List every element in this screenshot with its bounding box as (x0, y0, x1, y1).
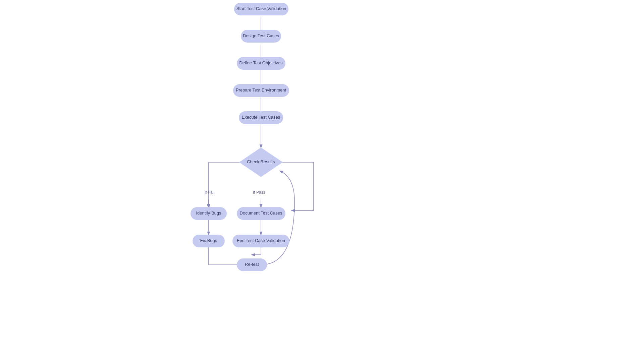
flowchart: Start Test Case Validation Design Test C… (0, 0, 644, 362)
node-identify: Identify Bugs (191, 207, 227, 220)
node-identify-label: Identify Bugs (196, 210, 221, 216)
node-design: Design Test Cases (241, 30, 281, 43)
arrow-check-identify (209, 162, 247, 208)
node-execute-label: Execute Test Cases (242, 115, 280, 120)
node-retest-label: Re-test (245, 262, 259, 267)
node-retest: Re-test (237, 258, 267, 271)
node-document-label: Document Test Cases (240, 210, 282, 216)
node-end-label: End Test Case Validation (237, 238, 285, 243)
label-if-fail: If Fail (205, 190, 214, 195)
node-define-label: Define Test Objectives (239, 60, 283, 65)
label-if-pass: If Pass (253, 190, 265, 195)
node-define: Define Test Objectives (237, 57, 285, 70)
node-start-label: Start Test Case Validation (236, 6, 286, 11)
node-execute: Execute Test Cases (239, 111, 283, 124)
node-start: Start Test Case Validation (234, 3, 288, 15)
node-design-label: Design Test Cases (243, 33, 279, 38)
node-prepare-label: Prepare Test Environment (236, 87, 286, 93)
node-check: Check Results (239, 147, 283, 177)
node-check-label: Check Results (247, 159, 275, 164)
node-fixbugs-label: Fix Bugs (200, 238, 217, 243)
node-fixbugs: Fix Bugs (193, 235, 225, 247)
node-document: Document Test Cases (237, 207, 285, 220)
node-prepare: Prepare Test Environment (233, 84, 289, 97)
node-end: End Test Case Validation (232, 235, 289, 247)
